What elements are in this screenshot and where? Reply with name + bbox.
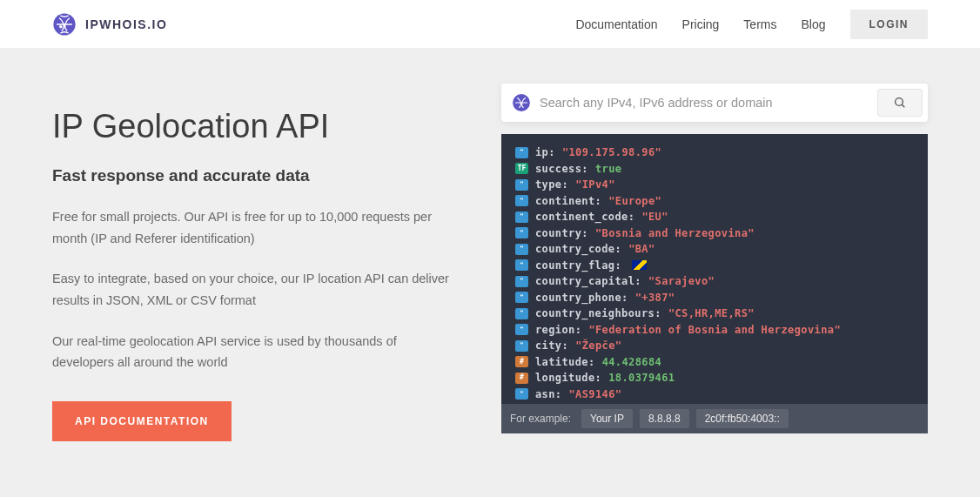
result-key: continent_code: bbox=[535, 209, 634, 225]
result-key: success: bbox=[535, 161, 588, 178]
result-panel: ❝ip: "109.175.98.96"TFsuccess: true❝type… bbox=[501, 134, 928, 497]
main-header: IPWHOIS.IO Documentation Pricing Terms B… bbox=[0, 0, 980, 49]
result-value: "109.175.98.96" bbox=[562, 144, 661, 161]
type-badge-icon: ❝ bbox=[515, 244, 528, 255]
result-value: 18.0379461 bbox=[608, 370, 675, 386]
result-value: "Bosnia and Herzegovina" bbox=[595, 225, 755, 242]
result-value: "AS9146" bbox=[569, 386, 622, 403]
hero-section: IP Geolocation API Fast response and acc… bbox=[0, 49, 980, 497]
page-subtitle: Fast response and accurate data bbox=[52, 166, 475, 185]
result-key: country_neighbours: bbox=[535, 306, 661, 322]
result-key: ip: bbox=[535, 144, 555, 161]
type-badge-icon: ❝ bbox=[515, 276, 528, 287]
result-row-continent: ❝continent: "Europe" bbox=[515, 193, 914, 210]
result-row-type: ❝type: "IPv4" bbox=[515, 177, 914, 193]
result-key: type: bbox=[535, 177, 568, 193]
result-key: country_flag: bbox=[535, 258, 621, 274]
result-value: 44.428684 bbox=[602, 354, 662, 371]
nav-blog[interactable]: Blog bbox=[801, 17, 825, 31]
login-button[interactable]: LOGIN bbox=[850, 10, 929, 39]
chip-example-1[interactable]: 8.8.8.8 bbox=[640, 409, 689, 428]
result-key: city: bbox=[535, 338, 568, 354]
result-row-region: ❝region: "Federation of Bosnia and Herze… bbox=[515, 322, 914, 339]
brand[interactable]: IPWHOIS.IO bbox=[52, 12, 167, 37]
type-badge-icon: ❝ bbox=[515, 388, 528, 400]
result-row-continent_code: ❝continent_code: "EU" bbox=[515, 209, 914, 225]
result-key: region: bbox=[535, 322, 581, 339]
search-logo-icon bbox=[512, 93, 531, 112]
nav-terms[interactable]: Terms bbox=[743, 17, 776, 31]
result-row-ip: ❝ip: "109.175.98.96" bbox=[515, 144, 914, 161]
result-value: "+387" bbox=[635, 290, 675, 306]
result-key: country_capital: bbox=[535, 273, 641, 290]
page-title: IP Geolocation API bbox=[52, 108, 475, 145]
type-badge-icon: # bbox=[515, 356, 528, 367]
result-key: country_code: bbox=[535, 241, 621, 258]
svg-point-1 bbox=[59, 25, 63, 29]
result-row-country_phone: ❝country_phone: "+387" bbox=[515, 290, 914, 306]
top-nav: Documentation Pricing Terms Blog LOGIN bbox=[575, 10, 928, 39]
brand-name: IPWHOIS.IO bbox=[85, 17, 167, 31]
country-flag-icon bbox=[632, 260, 647, 270]
type-badge-icon: ❝ bbox=[515, 308, 528, 319]
result-key: asn: bbox=[535, 386, 562, 403]
example-hint: For example: bbox=[510, 413, 571, 425]
type-badge-icon: ❝ bbox=[515, 259, 528, 271]
hero-right: search-icon ❝ip: "109.175.98.96"TFsucces… bbox=[501, 84, 928, 497]
result-row-asn: ❝asn: "AS9146" bbox=[515, 386, 914, 403]
type-badge-icon: ❝ bbox=[515, 195, 528, 206]
api-documentation-button[interactable]: API DOCUMENTATION bbox=[52, 401, 232, 441]
chip-example-2[interactable]: 2c0f:fb50:4003:: bbox=[696, 409, 789, 428]
result-value: "BA" bbox=[628, 241, 655, 258]
result-value: "EU" bbox=[641, 209, 668, 225]
search-input[interactable] bbox=[540, 96, 869, 110]
hero-left: IP Geolocation API Fast response and acc… bbox=[52, 84, 475, 497]
search-button[interactable]: search-icon bbox=[877, 89, 923, 117]
result-row-longitude: #longitude: 18.0379461 bbox=[515, 370, 914, 386]
result-value: "Europe" bbox=[608, 193, 661, 210]
type-badge-icon: ❝ bbox=[515, 227, 528, 238]
result-row-success: TFsuccess: true bbox=[515, 161, 914, 178]
svg-line-4 bbox=[902, 104, 904, 107]
hero-paragraph-3: Our real-time geolocation API service is… bbox=[52, 331, 461, 373]
result-value: "Federation of Bosnia and Herzegovina" bbox=[588, 322, 841, 339]
result-value: "IPv4" bbox=[575, 177, 615, 193]
type-badge-icon: ❝ bbox=[515, 324, 528, 335]
example-bar: For example: Your IP 8.8.8.8 2c0f:fb50:4… bbox=[501, 404, 928, 433]
result-value: true bbox=[595, 161, 622, 178]
result-key: country_phone: bbox=[535, 290, 628, 306]
logo-icon bbox=[52, 12, 77, 37]
result-key: country: bbox=[535, 225, 588, 242]
type-badge-icon: ❝ bbox=[515, 340, 528, 352]
result-row-latitude: #latitude: 44.428684 bbox=[515, 354, 914, 371]
type-badge-icon: TF bbox=[515, 163, 528, 174]
type-badge-icon: ❝ bbox=[515, 212, 528, 223]
result-row-country_code: ❝country_code: "BA" bbox=[515, 241, 914, 258]
hero-paragraph-1: Free for small projects. Our API is free… bbox=[52, 206, 461, 249]
type-badge-icon: ❝ bbox=[515, 179, 528, 191]
result-key: longitude: bbox=[535, 370, 601, 386]
nav-pricing[interactable]: Pricing bbox=[682, 17, 720, 31]
hero-paragraph-2: Easy to integrate, based on your choice,… bbox=[52, 268, 461, 311]
result-row-country_capital: ❝country_capital: "Sarajevo" bbox=[515, 273, 914, 290]
result-row-country: ❝country: "Bosnia and Herzegovina" bbox=[515, 225, 914, 242]
result-key: continent: bbox=[535, 193, 601, 210]
type-badge-icon: ❝ bbox=[515, 147, 528, 158]
result-row-country_flag: ❝country_flag: bbox=[515, 258, 914, 274]
search-bar: search-icon bbox=[501, 84, 928, 122]
result-value: "Žepče" bbox=[575, 338, 621, 354]
result-row-city: ❝city: "Žepče" bbox=[515, 338, 914, 354]
result-row-country_neighbours: ❝country_neighbours: "CS,HR,ME,RS" bbox=[515, 306, 914, 322]
result-value: "Sarajevo" bbox=[648, 273, 715, 290]
result-key: latitude: bbox=[535, 354, 595, 371]
chip-your-ip[interactable]: Your IP bbox=[581, 409, 633, 428]
type-badge-icon: ❝ bbox=[515, 292, 528, 303]
nav-documentation[interactable]: Documentation bbox=[575, 17, 657, 31]
result-scroll[interactable]: ❝ip: "109.175.98.96"TFsuccess: true❝type… bbox=[501, 134, 928, 404]
type-badge-icon: # bbox=[515, 373, 528, 384]
result-value: "CS,HR,ME,RS" bbox=[668, 306, 755, 322]
